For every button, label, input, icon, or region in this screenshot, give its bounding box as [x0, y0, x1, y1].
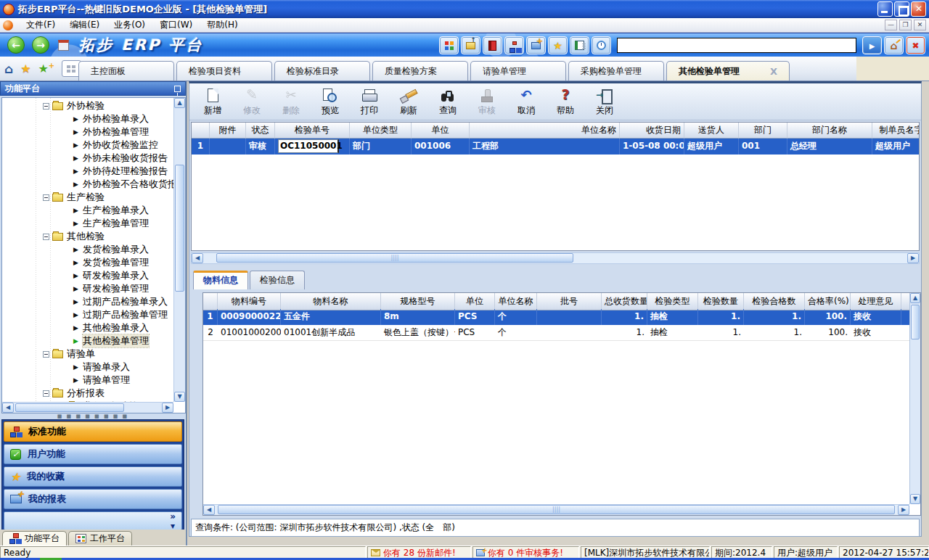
toolbar-button[interactable]: 修改	[233, 85, 271, 118]
workspace-tab[interactable]: 检验标准目录 X	[274, 61, 370, 81]
detail-grid-row[interactable]: 2 0100100020000 01001创新半成品 银色上盖（按键）+ PCS…	[203, 325, 909, 341]
tree-item[interactable]: ▶ 研发检验单录入	[2, 269, 173, 282]
sidebar-panel-button[interactable]: 我的收藏	[4, 466, 182, 487]
column-header[interactable]: 收货日期	[620, 123, 684, 139]
expand-box-icon[interactable]	[43, 103, 49, 110]
dashboard-button[interactable]	[439, 36, 459, 54]
tree-item[interactable]: ▶ 外协检验单录入	[2, 112, 173, 125]
orgchart-button[interactable]	[504, 36, 524, 54]
tree-item[interactable]: ▶ 发货检验单录入	[2, 243, 173, 256]
sidebar-bottom-tab[interactable]: 工作平台	[68, 531, 132, 545]
scroll-thumb[interactable]	[175, 165, 184, 292]
tree-item[interactable]: ▶ 过期产品检验单管理	[2, 308, 173, 321]
inline-edit-field[interactable]: OC11050001	[278, 139, 339, 153]
tree-item[interactable]: ▶ 生产检验	[2, 191, 173, 204]
menu-item[interactable]: 业务(O)	[107, 18, 152, 31]
go-button[interactable]	[862, 36, 882, 54]
column-header[interactable]: 单位名称	[470, 123, 620, 139]
mdi-minimize-button[interactable]	[885, 20, 897, 30]
tab-close-icon[interactable]: X	[757, 66, 777, 77]
column-header[interactable]: 状态	[246, 123, 275, 139]
tree-item[interactable]: ▶ 外协收货检验监控	[2, 139, 173, 152]
column-header[interactable]: 单位	[455, 293, 495, 310]
toolbar-button[interactable]: 新增	[194, 85, 232, 118]
tree-item[interactable]: ▶ 请验单	[2, 347, 173, 361]
tree-item[interactable]: ▶ 过期产品检验单录入	[2, 295, 173, 308]
exit-button[interactable]	[906, 36, 925, 54]
column-header[interactable]: 合	[901, 293, 909, 310]
menu-item[interactable]: 帮助(H)	[200, 18, 245, 31]
tree-item[interactable]: ▶ 外协未检验收货报告	[2, 152, 173, 165]
column-header[interactable]: 单位类型	[350, 123, 412, 139]
sidebar-bottom-tab[interactable]: 功能平台	[2, 531, 67, 545]
column-header[interactable]: 部门名称	[787, 123, 872, 139]
detail-grid-row-selected[interactable]: 1 000900002212 五金件 8m PCS 个 1. 抽检 1. 1. …	[203, 309, 909, 325]
sidebar-panel-button[interactable]: 用户功能	[4, 444, 182, 464]
sidebar-splitter[interactable]: ■ ■ ■ ■ ■ ■ ■ ■	[0, 414, 186, 419]
chevron-more-icon[interactable]: »▾	[170, 512, 176, 531]
column-header[interactable]: 检验数量	[698, 293, 744, 310]
restore-button[interactable]	[894, 1, 909, 17]
scroll-thumb[interactable]	[218, 505, 895, 514]
status-audit-tasks[interactable]: 你有 0 件审核事务!	[472, 546, 579, 559]
scroll-left-icon[interactable]	[2, 403, 14, 413]
close-button[interactable]	[911, 1, 926, 17]
toolbar-button[interactable]: 审核	[468, 85, 506, 118]
toolbar-button[interactable]: 预览	[311, 85, 349, 118]
column-header[interactable]: 检验单号	[275, 123, 350, 139]
home-icon[interactable]	[4, 62, 13, 76]
detail-tab[interactable]: 物料信息	[193, 271, 248, 289]
favorites-button[interactable]	[548, 36, 568, 54]
tree-horizontal-scrollbar[interactable]	[2, 402, 173, 413]
home-edit-button[interactable]	[884, 36, 904, 54]
workspace-tab[interactable]: 主控面板 X	[78, 61, 174, 81]
detail-vertical-scrollbar[interactable]	[909, 293, 920, 504]
toolbar-button[interactable]: 取消	[507, 85, 545, 118]
column-header[interactable]: 部门	[739, 123, 787, 139]
tree-item[interactable]: ▶ 研发检验单管理	[2, 282, 173, 295]
mdi-close-button[interactable]	[914, 20, 926, 30]
sidebar-panel-button[interactable]: 标准功能	[4, 421, 182, 442]
column-header[interactable]: 检验合格数	[744, 293, 805, 310]
scroll-right-icon[interactable]	[898, 505, 909, 515]
pin-icon[interactable]	[174, 86, 181, 92]
folder-up-button[interactable]	[461, 36, 480, 54]
mdi-restore-button[interactable]	[899, 20, 912, 30]
tree-item[interactable]: ▶ 发货检验单管理	[2, 256, 173, 269]
scroll-left-icon[interactable]	[203, 505, 215, 515]
column-header[interactable]: 规格型号	[381, 293, 455, 310]
toolbar-button[interactable]: 查询	[429, 85, 467, 118]
tree-item[interactable]: ▶ 生产检验单管理	[2, 217, 173, 230]
quick-search-input[interactable]	[617, 38, 856, 53]
tree-item[interactable]: ▶ 其他检验	[2, 230, 173, 243]
detail-tab[interactable]: 检验信息	[250, 271, 305, 289]
scroll-thumb[interactable]	[15, 403, 124, 412]
workspace-tab[interactable]: 请验单管理 X	[470, 61, 566, 81]
back-button[interactable]: ←	[7, 36, 25, 54]
column-header[interactable]: 总收货数量	[602, 293, 647, 310]
tree-item[interactable]: ▶ 外协待处理检验报告	[2, 165, 173, 178]
forward-button[interactable]: →	[32, 36, 49, 54]
contacts-button[interactable]	[570, 36, 589, 54]
new-folder-button[interactable]	[526, 36, 546, 54]
column-header[interactable]: 批号	[537, 293, 602, 310]
minimize-button[interactable]	[877, 1, 893, 17]
column-header[interactable]: 合格率(%)	[805, 293, 851, 310]
favorites-star-icon[interactable]	[20, 62, 30, 75]
expand-box-icon[interactable]	[43, 194, 49, 201]
clock-button[interactable]	[592, 36, 611, 54]
scroll-up-icon[interactable]	[910, 293, 920, 303]
tree-item[interactable]: ▶ 其他检验单录入	[2, 321, 173, 334]
scroll-right-icon[interactable]	[907, 253, 919, 263]
tree-item[interactable]: ▶ 外协检验单管理	[2, 125, 173, 139]
add-favorite-icon[interactable]	[38, 62, 55, 75]
master-grid-row-selected[interactable]: 1 审核 OC11050001 部门 001006 工程部 1-05-08 00…	[192, 139, 919, 155]
menu-item[interactable]: 编辑(E)	[62, 18, 107, 31]
workspace-tab[interactable]: 检验项目资料 X	[176, 61, 272, 81]
column-header[interactable]: 单位	[412, 123, 470, 139]
toolbar-button[interactable]: 关闭	[586, 85, 623, 118]
toolbar-button[interactable]: 打印	[351, 85, 388, 118]
column-header[interactable]: 检验类型	[647, 293, 698, 310]
scroll-right-icon[interactable]	[162, 403, 173, 413]
tree-item[interactable]: ▶ 外协检验	[2, 99, 173, 112]
